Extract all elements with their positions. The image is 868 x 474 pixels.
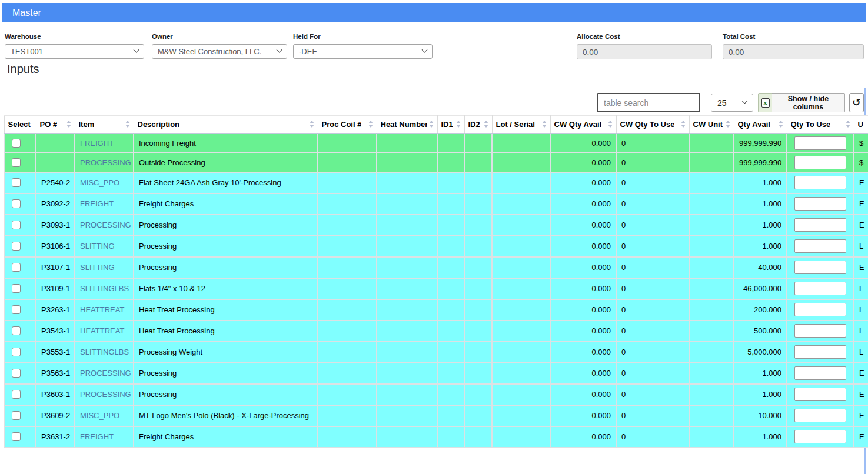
column-header-heat_number[interactable]: Heat Number bbox=[377, 116, 437, 133]
column-header-cw_qty_avail[interactable]: CW Qty Avail bbox=[550, 116, 616, 133]
row-checkbox[interactable] bbox=[12, 242, 21, 251]
cell-uom: L bbox=[854, 321, 868, 342]
sort-icon bbox=[723, 121, 730, 128]
refresh-button[interactable]: ↺ bbox=[849, 93, 864, 112]
column-header-id2[interactable]: ID2 bbox=[464, 116, 492, 133]
held-for-field: Held For -DEF bbox=[293, 33, 433, 59]
row-checkbox[interactable] bbox=[12, 305, 21, 314]
cell-qty_avail: 1.000 bbox=[734, 426, 787, 448]
column-header-po[interactable]: PO # bbox=[36, 116, 75, 133]
row-checkbox[interactable] bbox=[12, 284, 21, 293]
held-for-select[interactable]: -DEF bbox=[293, 44, 433, 59]
qty-to-use-input[interactable] bbox=[794, 239, 846, 253]
qty-to-use-input[interactable] bbox=[794, 156, 846, 169]
item-link[interactable]: FREIGHT bbox=[80, 432, 114, 441]
row-checkbox[interactable] bbox=[12, 199, 21, 208]
cell-qty_avail: 46,000.000 bbox=[734, 278, 787, 299]
row-checkbox[interactable] bbox=[12, 348, 21, 356]
item-link[interactable]: MISC_PPO bbox=[80, 178, 119, 187]
cell-id2 bbox=[464, 236, 492, 257]
table-search-input[interactable] bbox=[597, 93, 700, 112]
item-link[interactable]: HEATTREAT bbox=[80, 305, 124, 314]
cell-select bbox=[4, 172, 36, 193]
cell-id1 bbox=[437, 153, 464, 172]
owner-select[interactable]: M&W Steel Construction, LLC. bbox=[152, 44, 287, 59]
item-link[interactable]: MISC_PPO bbox=[80, 411, 119, 420]
cell-heat_number bbox=[377, 405, 437, 426]
column-header-proc_coil[interactable]: Proc Coil # bbox=[318, 116, 377, 133]
table-row: P2540-2MISC_PPOFlat Sheet 24GA Ash Gray … bbox=[4, 172, 868, 193]
column-header-description[interactable]: Description bbox=[134, 116, 318, 133]
total-cost-value: 0.00 bbox=[729, 48, 744, 56]
column-header-lot_serial[interactable]: Lot / Serial bbox=[492, 116, 550, 133]
qty-to-use-input[interactable] bbox=[794, 303, 846, 316]
item-link[interactable]: PROCESSING bbox=[80, 221, 131, 229]
row-checkbox[interactable] bbox=[12, 221, 21, 229]
item-link[interactable]: FREIGHT bbox=[80, 139, 114, 148]
column-label: Qty To Use bbox=[791, 120, 831, 129]
cell-uom: $ bbox=[854, 133, 868, 153]
row-checkbox[interactable] bbox=[12, 139, 21, 148]
table-row: P3092-2FREIGHTFreight Charges0.00001.000… bbox=[4, 193, 868, 215]
qty-to-use-input[interactable] bbox=[794, 176, 846, 189]
cell-proc_coil bbox=[318, 215, 377, 236]
row-checkbox[interactable] bbox=[12, 158, 21, 167]
section-heading: Inputs bbox=[7, 62, 39, 76]
column-label: ID1 bbox=[441, 120, 453, 129]
cell-proc_coil bbox=[318, 321, 377, 342]
qty-to-use-input[interactable] bbox=[794, 136, 846, 150]
cell-select bbox=[4, 215, 36, 236]
item-link[interactable]: PROCESSING bbox=[80, 369, 131, 378]
row-checkbox[interactable] bbox=[12, 411, 21, 420]
row-checkbox[interactable] bbox=[12, 369, 21, 378]
item-link[interactable]: HEATTREAT bbox=[80, 326, 124, 335]
warehouse-select[interactable]: TEST001 bbox=[5, 44, 144, 59]
column-header-item[interactable]: Item bbox=[75, 116, 134, 133]
qty-to-use-input[interactable] bbox=[794, 409, 846, 422]
cell-uom: E bbox=[854, 384, 868, 405]
qty-to-use-input[interactable] bbox=[794, 197, 846, 211]
column-header-qty_avail[interactable]: Qty Avail bbox=[734, 116, 787, 133]
cell-heat_number bbox=[377, 153, 437, 172]
cell-id2 bbox=[464, 342, 492, 363]
column-header-id1[interactable]: ID1 bbox=[437, 116, 464, 133]
item-link[interactable]: SLITTING bbox=[80, 263, 115, 272]
column-header-cw_qty_to_use[interactable]: CW Qty To Use bbox=[616, 116, 689, 133]
item-link[interactable]: SLITTING bbox=[80, 242, 115, 251]
sort-icon bbox=[843, 121, 850, 128]
item-link[interactable]: PROCESSING bbox=[80, 158, 131, 167]
item-link[interactable]: FREIGHT bbox=[80, 199, 114, 208]
cell-proc_coil bbox=[318, 299, 377, 321]
column-header-qty_to_use[interactable]: Qty To Use bbox=[787, 116, 854, 133]
cell-proc_coil bbox=[318, 384, 377, 405]
row-checkbox[interactable] bbox=[12, 263, 21, 272]
warehouse-label: Warehouse bbox=[5, 33, 144, 40]
cell-po bbox=[36, 153, 75, 172]
cell-cw_unit bbox=[689, 384, 734, 405]
table-row: P3543-1HEATTREATHeat Treat Processing0.0… bbox=[4, 321, 868, 342]
qty-to-use-input[interactable] bbox=[794, 261, 846, 274]
page-size-select[interactable]: 25 bbox=[711, 94, 753, 112]
cell-id1 bbox=[437, 278, 464, 299]
cell-heat_number bbox=[377, 299, 437, 321]
row-checkbox[interactable] bbox=[12, 390, 21, 399]
column-header-cw_unit[interactable]: CW Unit bbox=[689, 116, 734, 133]
qty-to-use-input[interactable] bbox=[794, 388, 846, 401]
cell-id1 bbox=[437, 363, 464, 384]
cell-qty_to_use bbox=[787, 384, 854, 405]
qty-to-use-input[interactable] bbox=[794, 218, 846, 232]
qty-to-use-input[interactable] bbox=[794, 282, 846, 295]
item-link[interactable]: SLITTINGLBS bbox=[80, 348, 129, 356]
item-link[interactable]: PROCESSING bbox=[80, 390, 131, 399]
qty-to-use-input[interactable] bbox=[794, 430, 846, 443]
qty-to-use-input[interactable] bbox=[794, 366, 846, 380]
row-checkbox[interactable] bbox=[12, 432, 21, 441]
excel-export-button[interactable]: x bbox=[758, 93, 773, 112]
row-checkbox[interactable] bbox=[12, 326, 21, 335]
item-link[interactable]: SLITTINGLBS bbox=[80, 284, 129, 293]
row-checkbox[interactable] bbox=[12, 178, 21, 187]
sort-icon bbox=[366, 121, 373, 128]
show-hide-columns-button[interactable]: Show / hide columns bbox=[772, 93, 845, 112]
qty-to-use-input[interactable] bbox=[794, 345, 846, 359]
qty-to-use-input[interactable] bbox=[794, 324, 846, 338]
